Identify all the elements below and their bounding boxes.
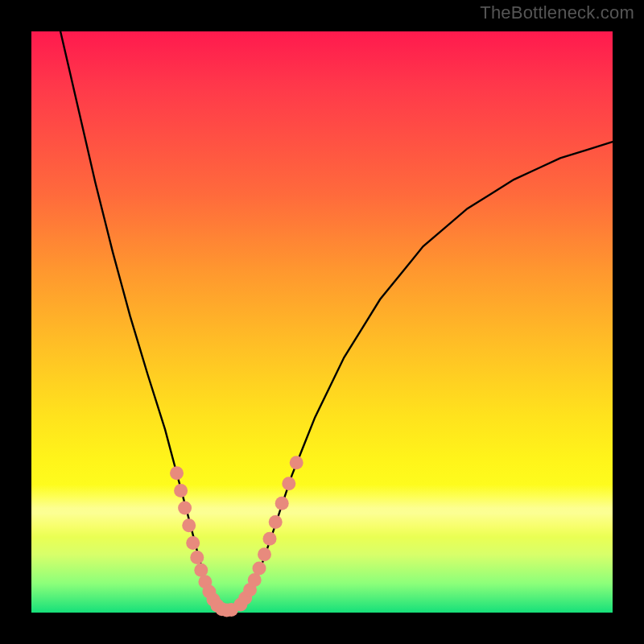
bead-marker: [290, 456, 303, 469]
bead-marker: [282, 477, 295, 490]
bead-marker: [190, 551, 204, 564]
bead-marker: [253, 562, 266, 576]
plot-area: [31, 31, 613, 613]
curve-layer: [31, 31, 613, 613]
bead-marker: [182, 518, 196, 532]
bead-marker: [263, 532, 277, 546]
bead-marker: [170, 466, 184, 480]
chart-frame: TheBottleneck.com: [0, 0, 644, 644]
bead-markers: [170, 456, 303, 617]
bead-marker: [178, 502, 192, 515]
bead-marker: [275, 497, 289, 510]
bead-marker: [174, 484, 188, 497]
bead-marker: [258, 547, 271, 561]
bottleneck-curve: [60, 31, 613, 610]
watermark-text: TheBottleneck.com: [480, 2, 634, 23]
bead-marker: [248, 573, 262, 587]
bead-marker: [269, 515, 283, 529]
bead-marker: [186, 536, 200, 550]
